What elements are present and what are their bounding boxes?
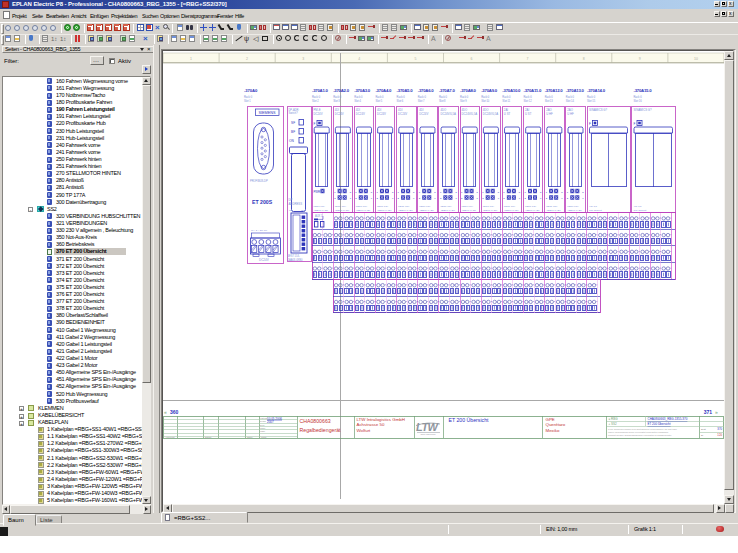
svg-text:Rack:0: Rack:0 — [354, 95, 363, 99]
svg-text:SSI absolut: SSI absolut — [589, 209, 602, 212]
svg-text:6: 6 — [471, 57, 473, 61]
svg-text:DC24V/0,5A: DC24V/0,5A — [462, 112, 478, 116]
svg-text:6: 6 — [413, 197, 415, 200]
svg-text:5: 5 — [561, 191, 563, 194]
svg-text:Slot:14: Slot:14 — [566, 99, 575, 103]
svg-text:1: 1 — [525, 191, 527, 194]
svg-text:4BB01-0AB0: 4BB01-0AB0 — [398, 209, 413, 212]
svg-text:Slot:5: Slot:5 — [375, 99, 382, 103]
svg-text:gepr: gepr — [260, 424, 265, 426]
svg-text:-370A13.0: -370A13.0 — [566, 88, 585, 93]
svg-text:Rack:0: Rack:0 — [397, 95, 406, 99]
svg-text:5: 5 — [371, 191, 373, 194]
svg-text:DC24V: DC24V — [356, 112, 365, 116]
svg-text:2: 2 — [419, 197, 421, 200]
svg-text:5: 5 — [455, 191, 457, 194]
svg-text:2: 2 — [398, 197, 400, 200]
svg-text:1: 1 — [419, 191, 421, 194]
svg-text:name: name — [260, 427, 266, 429]
svg-text:6: 6 — [582, 197, 584, 200]
svg-text:Querétaro: Querétaro — [546, 422, 566, 427]
svg-text:4BB01-0AB0: 4BB01-0AB0 — [356, 209, 371, 212]
svg-text:Wolfurt: Wolfurt — [357, 428, 372, 433]
svg-text:5: 5 — [582, 191, 584, 194]
svg-text:6: 6 — [561, 197, 563, 200]
svg-text:6: 6 — [477, 197, 479, 200]
svg-text:4BB01-0AB0: 4BB01-0AB0 — [483, 209, 498, 212]
svg-text:ET 200 Übersicht: ET 200 Übersicht — [648, 422, 671, 426]
svg-text:1: 1 — [440, 191, 442, 194]
svg-text:6: 6 — [540, 197, 542, 200]
svg-text:Slot:13: Slot:13 — [545, 99, 554, 103]
svg-text:DC24V: DC24V — [398, 112, 407, 116]
svg-text:Slot:16: Slot:16 — [634, 99, 643, 103]
svg-text:Off: Off — [289, 209, 292, 212]
svg-text:5: 5 — [498, 191, 500, 194]
svg-text:6: 6 — [350, 197, 352, 200]
svg-text:Slot:4: Slot:4 — [354, 99, 361, 103]
svg-text:Bl.: Bl. — [701, 434, 704, 437]
svg-text:-370A8.0: -370A8.0 — [460, 88, 477, 93]
svg-text:-370A14.0: -370A14.0 — [587, 88, 606, 93]
svg-text:1: 1 — [461, 191, 463, 194]
svg-text:2: 2 — [482, 197, 484, 200]
svg-text:-370A3.0: -370A3.0 — [354, 88, 371, 93]
svg-text:Slot:15: Slot:15 — [587, 99, 596, 103]
svg-text:Name: Name — [247, 436, 254, 438]
svg-text:6: 6 — [498, 197, 500, 200]
svg-text:120: 120 — [717, 433, 722, 437]
svg-text:1: 1 — [398, 191, 400, 194]
svg-text:6: 6 — [455, 197, 457, 200]
svg-text:U ST: U ST — [504, 112, 511, 116]
svg-text:U ST: U ST — [525, 112, 532, 116]
svg-text:-370A0: -370A0 — [244, 88, 258, 93]
svg-text:Rack:0: Rack:0 — [502, 95, 511, 99]
svg-text:-370A4.0: -370A4.0 — [375, 88, 392, 93]
svg-text:5: 5 — [413, 191, 415, 194]
svg-text:6ES7 153-: 6ES7 153- — [288, 254, 300, 258]
svg-text:Rack:0: Rack:0 — [418, 95, 427, 99]
svg-text:-370A11.0: -370A11.0 — [524, 88, 542, 93]
svg-text:SINAMICS G?: SINAMICS G? — [634, 108, 652, 112]
svg-text:1L+ 2 + 2M 1M: 1L+ 2 + 2M 1M — [251, 229, 267, 232]
svg-text:DC24V: DC24V — [259, 258, 269, 262]
svg-text:GPE: GPE — [546, 417, 555, 422]
svg-text:Blatt: Blatt — [701, 428, 706, 431]
svg-text:4BB01-0AB0: 4BB01-0AB0 — [567, 209, 582, 212]
svg-text:Slot:8: Slot:8 — [439, 99, 446, 103]
svg-text:1: 1 — [376, 191, 378, 194]
svg-text:F: F — [589, 122, 591, 126]
svg-text:4BB01-0AB0: 4BB01-0AB0 — [462, 209, 477, 212]
svg-text:PWR: PWR — [314, 190, 321, 194]
svg-text:1: 1 — [482, 191, 484, 194]
svg-text:4BB01-0AB0: 4BB01-0AB0 — [525, 209, 540, 212]
svg-text:»: » — [715, 409, 718, 415]
svg-text:Achstrasse 50: Achstrasse 50 — [357, 422, 385, 427]
svg-text:F: F — [634, 122, 636, 126]
svg-text:BF: BF — [291, 130, 295, 134]
svg-text:4: 4 — [358, 57, 360, 61]
svg-text:Rack:0: Rack:0 — [312, 95, 321, 99]
svg-text:Rack:0: Rack:0 — [439, 95, 448, 99]
svg-text:5: 5 — [350, 191, 352, 194]
svg-text:unsere Genehmigung weder vervi: unsere Genehmigung weder vervielfältigt … — [608, 431, 669, 433]
svg-text:Rack:0: Rack:0 — [566, 95, 575, 99]
svg-text:DP-ADR:: DP-ADR: — [289, 108, 300, 112]
svg-text:6: 6 — [371, 197, 373, 200]
svg-text:PROFIBUS-DP: PROFIBUS-DP — [250, 179, 268, 183]
svg-text:-370A9.0: -370A9.0 — [481, 88, 498, 93]
svg-text:-370A5.0: -370A5.0 — [397, 88, 414, 93]
svg-text:Änderung: Änderung — [165, 436, 175, 438]
svg-text:DC24V/0,5A: DC24V/0,5A — [483, 112, 499, 116]
svg-text:2: 2 — [334, 197, 336, 200]
svg-text:6: 6 — [392, 197, 394, 200]
svg-text:1: 1 — [546, 191, 548, 194]
svg-text:SSI absolut: SSI absolut — [634, 209, 647, 212]
svg-text:4BB01-0AB0: 4BB01-0AB0 — [314, 209, 329, 212]
svg-text:Rack:0: Rack:0 — [333, 95, 342, 99]
svg-text:Rack:0: Rack:0 — [244, 95, 253, 99]
svg-text:5: 5 — [477, 191, 479, 194]
svg-text:1AA03-0XB0: 1AA03-0XB0 — [288, 258, 304, 262]
svg-text:-370A12.0: -370A12.0 — [545, 88, 564, 93]
svg-text:2: 2 — [461, 197, 463, 200]
